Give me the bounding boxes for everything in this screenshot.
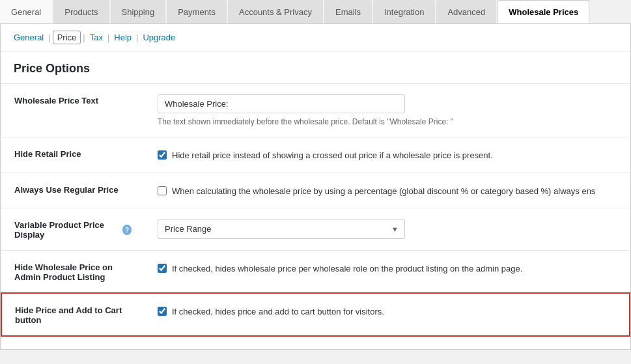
- subnav-sep-3: |: [107, 33, 109, 42]
- always-use-regular-price-checkbox[interactable]: [158, 186, 167, 195]
- hide-retail-price-label: Hide retail price instead of showing a c…: [172, 149, 493, 162]
- checkbox-row-always-regular: When calculating the wholesale price by …: [158, 185, 617, 198]
- row-hide-price-add-to-cart: Hide Price and Add to Cart button If che…: [1, 293, 630, 336]
- subnav-help[interactable]: Help: [111, 31, 134, 44]
- checkbox-row-hide-price-cart: If checked, hides price and add to cart …: [158, 305, 616, 318]
- always-use-regular-price-label: When calculating the wholesale price by …: [172, 185, 595, 198]
- value-hide-wholesale-admin: If checked, hides wholesale price per wh…: [145, 251, 630, 294]
- value-hide-price-add-to-cart: If checked, hides price and add to cart …: [145, 293, 630, 336]
- subnav-upgrade[interactable]: Upgrade: [140, 31, 178, 44]
- subnav-sep-1: |: [48, 33, 50, 42]
- content-area: General | Price | Tax | Help | Upgrade P…: [0, 24, 631, 350]
- tabs-bar: General Products Shipping Payments Accou…: [0, 0, 631, 24]
- value-wholesale-price-text: The text shown immediately before the wh…: [145, 84, 630, 137]
- row-variable-product-price-display: Variable Product Price Display ? Price R…: [1, 208, 630, 251]
- select-wrapper-variable: Price Range Minimum Price Price Range (M…: [158, 219, 405, 239]
- section-title: Price Options: [1, 51, 630, 84]
- subnav-sep-2: |: [83, 33, 85, 42]
- label-hide-price-add-to-cart: Hide Price and Add to Cart button: [1, 293, 145, 336]
- variable-product-price-display-text: Variable Product Price Display: [14, 220, 119, 240]
- subnav-tax[interactable]: Tax: [87, 31, 105, 44]
- row-always-use-regular-price: Always Use Regular Price When calculatin…: [1, 173, 630, 208]
- row-hide-wholesale-admin: Hide Wholesale Price on Admin Product Li…: [1, 251, 630, 294]
- label-variable-product-price-display: Variable Product Price Display ?: [1, 208, 145, 251]
- hide-price-add-to-cart-checkbox[interactable]: [158, 307, 167, 316]
- row-wholesale-price-text: Wholesale Price Text The text shown imme…: [1, 84, 630, 137]
- tab-general[interactable]: General: [0, 0, 52, 23]
- checkbox-row-hide-wholesale-admin: If checked, hides wholesale price per wh…: [158, 262, 617, 275]
- row-hide-retail-price: Hide Retail Price Hide retail price inst…: [1, 137, 630, 173]
- value-hide-retail-price: Hide retail price instead of showing a c…: [145, 137, 630, 173]
- tab-advanced[interactable]: Advanced: [436, 0, 496, 23]
- label-hide-wholesale-admin: Hide Wholesale Price on Admin Product Li…: [1, 251, 145, 294]
- help-icon-variable[interactable]: ?: [122, 225, 132, 235]
- label-hide-retail-price: Hide Retail Price: [1, 137, 145, 173]
- variable-product-price-display-select[interactable]: Price Range Minimum Price Price Range (M…: [158, 219, 405, 239]
- label-wholesale-price-text: Wholesale Price Text: [1, 84, 145, 137]
- value-always-use-regular-price: When calculating the wholesale price by …: [145, 173, 630, 208]
- tab-accounts-privacy[interactable]: Accounts & Privacy: [228, 0, 323, 23]
- tab-emails[interactable]: Emails: [324, 0, 372, 23]
- label-with-help-variable: Variable Product Price Display ?: [14, 220, 132, 240]
- tab-products[interactable]: Products: [53, 0, 109, 23]
- tab-shipping[interactable]: Shipping: [111, 0, 166, 23]
- sub-nav: General | Price | Tax | Help | Upgrade: [1, 24, 630, 51]
- tab-integration[interactable]: Integration: [373, 0, 435, 23]
- subnav-price[interactable]: Price: [53, 31, 81, 44]
- subnav-sep-4: |: [136, 33, 138, 42]
- wholesale-price-text-hint: The text shown immediately before the wh…: [158, 117, 548, 126]
- wholesale-price-text-input[interactable]: [158, 94, 405, 113]
- tab-wholesale-prices[interactable]: Wholesale Prices: [498, 0, 589, 23]
- hide-retail-price-checkbox[interactable]: [158, 150, 167, 160]
- hide-price-add-to-cart-label: If checked, hides price and add to cart …: [172, 305, 384, 318]
- hide-wholesale-admin-label: If checked, hides wholesale price per wh…: [172, 262, 522, 275]
- label-always-use-regular-price: Always Use Regular Price: [1, 173, 145, 208]
- subnav-general[interactable]: General: [11, 31, 46, 44]
- hide-wholesale-admin-checkbox[interactable]: [158, 264, 167, 273]
- value-variable-product-price-display: Price Range Minimum Price Price Range (M…: [145, 208, 630, 251]
- checkbox-row-hide-retail: Hide retail price instead of showing a c…: [158, 149, 617, 162]
- settings-table: Wholesale Price Text The text shown imme…: [1, 84, 630, 337]
- tab-payments[interactable]: Payments: [167, 0, 227, 23]
